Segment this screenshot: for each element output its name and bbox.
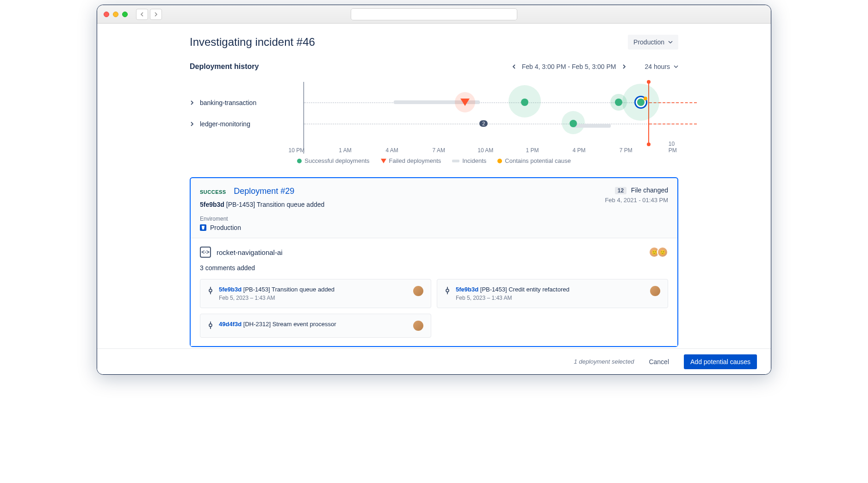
bar-icon — [452, 160, 459, 162]
page-title: Investigating incident #46 — [190, 36, 315, 49]
chevron-right-icon — [190, 100, 194, 105]
x-tick: 4 AM — [385, 147, 398, 154]
titlebar — [97, 5, 771, 24]
chart-legend: Successful deployments Failed deployment… — [190, 157, 678, 164]
maximize-window-button[interactable] — [122, 12, 128, 17]
commit-list: 5fe9b3d [PB-1453] Transition queue added… — [200, 279, 668, 338]
chart-service-labels: banking-transaction ledger-monitoring — [190, 82, 304, 154]
detail-header: SUCCESS Deployment #29 5fe9b3d [PB-1453]… — [191, 178, 677, 238]
commit-hash: 5fe9b3d — [200, 201, 224, 208]
deployment-detail-card: SUCCESS Deployment #29 5fe9b3d [PB-1453]… — [190, 177, 678, 347]
successful-deployment-marker[interactable] — [570, 120, 577, 127]
failed-deployment-marker[interactable] — [460, 99, 470, 106]
deployment-title[interactable]: Deployment #29 — [234, 186, 294, 196]
commit-date: Feb 5, 2023 – 1:43 AM — [456, 295, 645, 301]
chart-plot-area[interactable]: 2 10 PM 1 AM 4 AM 7 AM 10 AM 1 PM 4 PM 7… — [304, 82, 678, 154]
minimize-window-button[interactable] — [113, 12, 118, 17]
environment-dropdown[interactable]: Production — [628, 35, 678, 50]
time-range-dropdown[interactable]: 24 hours — [645, 63, 678, 70]
commit-icon — [208, 286, 213, 296]
date-prev-button[interactable] — [512, 64, 516, 69]
browser-nav — [136, 9, 162, 20]
selection-status: 1 deployment selected — [574, 358, 634, 365]
collapsed-events-badge[interactable]: 2 — [479, 120, 488, 127]
commit-summary: 5fe9b3d [PB-1453] Transition queue added — [200, 201, 324, 208]
repo-row: <·> rocket-navigational-ai 🙂 🙂 — [200, 247, 668, 258]
close-window-button[interactable] — [104, 12, 109, 17]
deployment-datetime: Feb 4, 2021 - 01:43 PM — [605, 197, 668, 204]
commit-date: Feb 5, 2023 – 1:43 AM — [219, 295, 408, 301]
triangle-icon — [381, 159, 386, 163]
chart-lane-after-incident — [649, 124, 697, 124]
circle-icon — [497, 159, 502, 163]
x-tick: 10 PM — [288, 147, 304, 154]
date-range-label: Feb 4, 3:00 PM - Feb 5, 3:00 PM — [522, 63, 616, 70]
svg-point-3 — [446, 289, 449, 292]
environment-label: Production — [633, 38, 664, 46]
footer-bar: 1 deployment selected Cancel Add potenti… — [97, 348, 771, 374]
date-next-button[interactable] — [622, 64, 626, 69]
svg-point-6 — [209, 324, 212, 327]
commit-message: [PB-1453] Transition queue added — [243, 286, 335, 293]
service-name: banking-transaction — [200, 99, 256, 106]
x-tick: 1 PM — [526, 147, 539, 154]
contributor-avatars[interactable]: 🙂 🙂 — [651, 247, 668, 258]
add-potential-causes-button[interactable]: Add potential causes — [684, 354, 757, 369]
legend-success: Successful deployments — [297, 157, 369, 164]
detail-meta: 12 File changed Feb 4, 2021 - 01:43 PM — [605, 186, 668, 231]
section-title: Deployment history — [190, 62, 259, 71]
x-tick: 7 PM — [620, 147, 632, 154]
time-range-label: 24 hours — [645, 63, 670, 70]
commit-message: [PB-1453] Credit entity refactored — [480, 286, 570, 293]
svg-point-0 — [209, 289, 212, 292]
chart-lane — [304, 124, 678, 124]
avatar: 🙂 — [657, 247, 668, 258]
repo-name[interactable]: rocket-navigational-ai — [217, 248, 283, 256]
back-button[interactable] — [136, 9, 148, 20]
environment-label: Enviroment — [200, 216, 324, 222]
x-tick: 10 AM — [477, 147, 493, 154]
chevron-right-icon — [622, 64, 626, 69]
commit-hash-link[interactable]: 5fe9b3d — [219, 286, 242, 293]
commit-card[interactable]: 5fe9b3d [PB-1453] Credit entity refactor… — [437, 279, 668, 308]
x-tick: 1 AM — [339, 147, 351, 154]
code-icon: <·> — [200, 247, 211, 258]
chevron-right-icon — [154, 12, 158, 17]
chevron-down-icon — [668, 40, 673, 44]
environment-value-row: Production — [200, 224, 324, 231]
x-tick: 4 PM — [573, 147, 586, 154]
url-bar[interactable] — [351, 8, 517, 20]
incident-bar[interactable] — [573, 124, 611, 128]
commit-card[interactable]: 5fe9b3d [PB-1453] Transition queue added… — [200, 279, 431, 308]
content-area: Investigating incident #46 Production De… — [97, 24, 771, 348]
file-count-badge: 12 — [615, 187, 626, 194]
commit-message: [PB-1453] Transition queue added — [226, 201, 325, 208]
app-window: Investigating incident #46 Production De… — [97, 5, 771, 375]
successful-deployment-marker[interactable] — [521, 99, 528, 106]
commit-message: [DH-2312] Stream event processor — [243, 321, 336, 328]
section-subheader: Deployment history Feb 4, 3:00 PM - Feb … — [190, 62, 678, 71]
commit-card[interactable]: 49d4f3d [DH-2312] Stream event processor — [200, 314, 431, 338]
commit-hash-link[interactable]: 49d4f3d — [219, 321, 242, 328]
successful-deployment-marker[interactable] — [615, 99, 622, 106]
chevron-left-icon — [140, 12, 144, 17]
potential-cause-indicator — [644, 97, 647, 100]
date-range-nav: Feb 4, 3:00 PM - Feb 5, 3:00 PM — [512, 63, 626, 70]
avatar — [413, 321, 423, 331]
chevron-right-icon — [190, 122, 194, 126]
status-badge: SUCCESS — [200, 189, 226, 195]
commit-hash-link[interactable]: 5fe9b3d — [456, 286, 478, 293]
detail-body: <·> rocket-navigational-ai 🙂 🙂 3 comment… — [191, 238, 677, 346]
legend-failed: Failed deployments — [381, 157, 441, 164]
x-tick: 7 AM — [433, 147, 445, 154]
service-name: ledger-monitoring — [200, 120, 250, 128]
service-row-ledger[interactable]: ledger-monitoring — [190, 113, 304, 135]
forward-button[interactable] — [150, 9, 162, 20]
deployment-chart: banking-transaction ledger-monitoring — [190, 82, 678, 154]
commit-icon — [445, 286, 450, 296]
commit-icon — [208, 321, 213, 331]
service-row-banking[interactable]: banking-transaction — [190, 92, 304, 113]
cancel-button[interactable]: Cancel — [643, 354, 675, 369]
avatar — [413, 286, 423, 296]
file-changed-label: File changed — [631, 186, 668, 194]
